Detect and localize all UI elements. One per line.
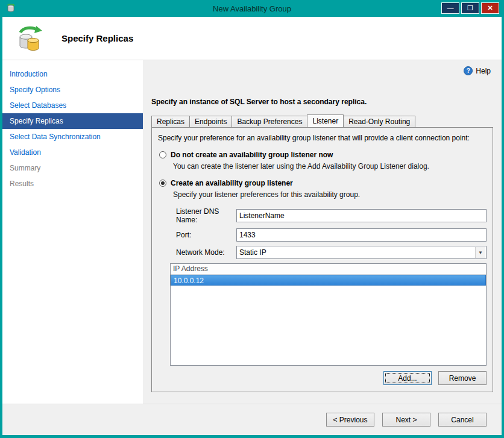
sidebar-item-results: Results — [2, 176, 143, 192]
network-mode-value: Static IP — [239, 248, 266, 257]
tab-endpoints[interactable]: Endpoints — [189, 116, 232, 127]
listener-tab-panel: Specify your preference for an availabil… — [151, 127, 493, 392]
radio-create-listener-description: Specify your listener preferences for th… — [173, 190, 488, 199]
tab-listener[interactable]: Listener — [307, 114, 344, 127]
radio-no-listener-description: You can create the listener later using … — [173, 162, 488, 171]
minimize-button[interactable]: — — [441, 2, 459, 14]
previous-button[interactable]: < Previous — [326, 413, 374, 427]
titlebar[interactable]: New Availability Group — ❐ ✕ — [2, 0, 502, 17]
radio-no-listener[interactable]: Do not create an availability group list… — [159, 151, 488, 159]
sidebar-item-summary: Summary — [2, 160, 143, 176]
port-label: Port: — [176, 231, 236, 239]
maximize-button[interactable]: ❐ — [461, 2, 479, 14]
tab-replicas[interactable]: Replicas — [151, 116, 190, 127]
radio-no-listener-label: Do not create an availability group list… — [171, 151, 333, 159]
wizard-footer: < Previous Next > Cancel — [2, 404, 502, 435]
add-button[interactable]: Add... — [383, 371, 432, 385]
sidebar-item-specify-options[interactable]: Specify Options — [2, 82, 143, 98]
sidebar-item-select-databases[interactable]: Select Databases — [2, 98, 143, 113]
help-label: Help — [476, 67, 491, 75]
help-icon: ? — [464, 66, 473, 75]
radio-create-listener-control[interactable] — [159, 180, 166, 187]
sidebar-item-specify-replicas[interactable]: Specify Replicas — [2, 113, 143, 129]
tab-strip: Replicas Endpoints Backup Preferences Li… — [151, 114, 494, 127]
network-mode-select[interactable]: Static IP ▼ — [236, 246, 487, 259]
dialog-client-area: Specify Replicas Introduction Specify Op… — [2, 17, 502, 435]
tab-read-only-routing[interactable]: Read-Only Routing — [343, 116, 415, 127]
radio-create-listener-label: Create an availability group listener — [171, 179, 293, 187]
sidebar-item-validation[interactable]: Validation — [2, 145, 143, 160]
app-icon — [6, 4, 16, 13]
wizard-header: Specify Replicas — [2, 17, 502, 60]
sidebar-item-introduction[interactable]: Introduction — [2, 66, 143, 82]
ip-address-list[interactable]: IP Address 10.0.0.12 — [170, 263, 487, 366]
close-button[interactable]: ✕ — [481, 2, 499, 14]
window-controls: — ❐ ✕ — [441, 2, 499, 14]
page-instruction: Specify an instance of SQL Server to hos… — [151, 98, 494, 106]
port-input[interactable] — [236, 228, 487, 242]
radio-create-listener[interactable]: Create an availability group listener — [159, 179, 488, 187]
wizard-steps-sidebar: Introduction Specify Options Select Data… — [2, 60, 143, 404]
dialog-window: New Availability Group — ❐ ✕ Specify Rep… — [0, 0, 504, 438]
database-sync-icon — [16, 25, 43, 52]
radio-no-listener-control[interactable] — [159, 151, 166, 158]
chevron-down-icon[interactable]: ▼ — [475, 247, 485, 258]
network-mode-label: Network Mode: — [176, 248, 236, 257]
sidebar-item-select-data-synchronization[interactable]: Select Data Synchronization — [2, 129, 143, 145]
main-content: ? Help Specify an instance of SQL Server… — [143, 60, 502, 404]
ip-address-row[interactable]: 10.0.0.12 — [171, 275, 486, 286]
window-title: New Availability Group — [2, 4, 502, 13]
tab-backup-preferences[interactable]: Backup Preferences — [232, 116, 307, 127]
ip-address-column-header: IP Address — [171, 264, 486, 275]
page-title: Specify Replicas — [61, 33, 133, 43]
remove-button[interactable]: Remove — [438, 371, 487, 385]
dns-name-label: Listener DNS Name: — [176, 207, 236, 224]
cancel-button[interactable]: Cancel — [438, 413, 487, 427]
help-link[interactable]: ? Help — [464, 66, 491, 75]
next-button[interactable]: Next > — [382, 413, 430, 427]
dns-name-input[interactable] — [236, 209, 487, 222]
listener-intro-text: Specify your preference for an availabil… — [158, 134, 487, 142]
